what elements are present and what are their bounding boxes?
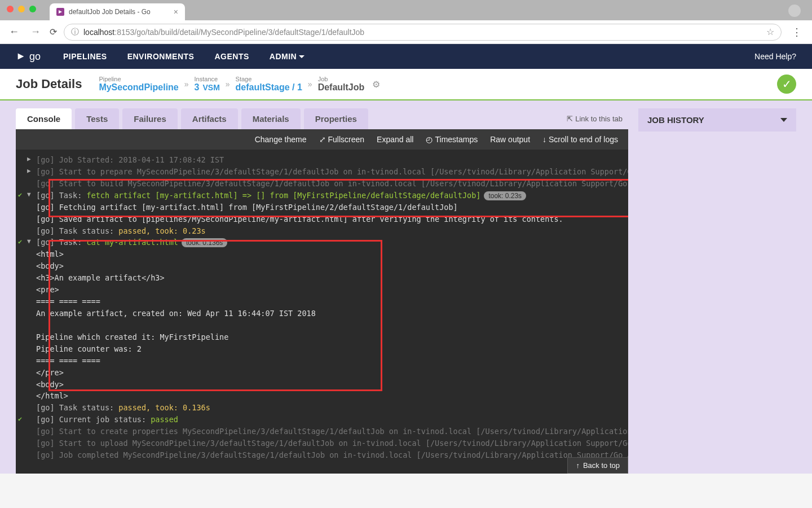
log-line: [go] Start to create properties MySecond… (27, 426, 623, 437)
fullscreen-button[interactable]: ⤢ Fullscreen (319, 135, 365, 144)
log-line: <pre> (27, 284, 623, 296)
link-icon: ⇱ (567, 115, 573, 123)
arrow-down-icon: ↓ (542, 135, 546, 144)
app-header: go PIPELINES ENVIRONMENTS AGENTS ADMIN N… (0, 44, 812, 69)
back-to-top-button[interactable]: ↑Back to top (567, 457, 628, 474)
breadcrumb: Job Details Pipeline MySecondPipeline » … (0, 69, 812, 100)
expand-all-button[interactable]: Expand all (377, 135, 413, 144)
log-line: ✔[go] Current job status: passed (27, 414, 623, 426)
console-lines[interactable]: ▶[go] Job Started: 2018-04-11 17:08:42 I… (16, 150, 628, 466)
browser-profile-icon[interactable] (788, 5, 801, 17)
tab-title: defaultJob Job Details - Go (69, 8, 151, 16)
tab-console[interactable]: Console (16, 108, 72, 129)
page-title: Job Details (16, 77, 82, 91)
log-line: <body> (27, 260, 623, 272)
window-controls (7, 6, 36, 12)
browser-chrome: defaultJob Job Details - Go × ← → ⟳ ⓘ lo… (0, 0, 812, 44)
log-line: ==== ==== ==== (27, 355, 623, 367)
app-logo[interactable]: go (16, 51, 41, 63)
tab-properties[interactable]: Properties (304, 108, 368, 129)
link-to-tab[interactable]: ⇱Link to this tab (567, 115, 628, 123)
chevron-down-icon (780, 118, 787, 122)
tab-materials[interactable]: Materials (241, 108, 301, 129)
address-bar[interactable]: ⓘ localhost:8153/go/tab/build/detail/MyS… (64, 24, 782, 41)
breadcrumb-separator: » (184, 80, 189, 89)
log-line: [go] Job completed MySecondPipeline/3/de… (27, 449, 623, 461)
breadcrumb-separator: » (226, 80, 230, 89)
fullscreen-icon: ⤢ (319, 135, 326, 144)
log-line: [go] Task status: passed, took: 0.136s (27, 402, 623, 414)
job-history-header[interactable]: JOB HISTORY (638, 108, 796, 132)
browser-tab[interactable]: defaultJob Job Details - Go × (50, 3, 185, 20)
gocd-logo-icon (16, 51, 26, 62)
pipeline-link[interactable]: MySecondPipeline (99, 82, 178, 93)
gear-icon[interactable]: ⚙ (372, 79, 380, 90)
status-badge-passed: ✓ (777, 75, 796, 94)
nav-agents[interactable]: AGENTS (214, 52, 249, 61)
maximize-window-icon[interactable] (29, 6, 36, 12)
log-line: ✔▼[go] Task: fetch artifact [my-artifact… (27, 190, 623, 202)
browser-toolbar: ← → ⟳ ⓘ localhost:8153/go/tab/build/deta… (0, 20, 812, 44)
reload-button[interactable]: ⟳ (50, 27, 57, 37)
app-logo-text: go (29, 51, 41, 63)
log-line: <html> (27, 248, 623, 260)
tab-artifacts[interactable]: Artifacts (181, 108, 238, 129)
log-line: Pipeline counter was: 2 (27, 343, 623, 355)
log-line: ▶[go] Job Started: 2018-04-11 17:08:42 I… (27, 154, 623, 166)
change-theme-button[interactable]: Change theme (255, 135, 307, 144)
check-icon: ✔ (18, 237, 22, 247)
log-line: [go] Task status: passed, took: 0.23s (27, 225, 623, 237)
nav-admin[interactable]: ADMIN (270, 52, 304, 61)
tab-close-icon[interactable]: × (174, 7, 178, 16)
console-output: Change theme ⤢ Fullscreen Expand all ◴ T… (16, 129, 628, 474)
browser-menu-icon[interactable]: ⋮ (788, 26, 805, 38)
log-line (27, 319, 623, 331)
log-line: [go] Saved artifact to [pipelines/MySeco… (27, 213, 623, 225)
chevron-down-icon (299, 55, 304, 58)
side-panel: JOB HISTORY (638, 108, 796, 474)
log-line: An example artifact, created on: Wed Apr… (27, 308, 623, 319)
tab-failures[interactable]: Failures (122, 108, 178, 129)
clock-icon: ◴ (426, 135, 433, 144)
stage-link[interactable]: defaultStage / 1 (236, 82, 302, 93)
breadcrumb-instance: Instance 3VSM (195, 76, 220, 93)
expand-caret-icon[interactable]: ▶ (27, 166, 31, 176)
check-icon: ✔ (18, 414, 22, 424)
content-area: Console Tests Failures Artifacts Materia… (0, 100, 812, 474)
help-link[interactable]: Need Help? (754, 52, 796, 61)
site-info-icon[interactable]: ⓘ (71, 27, 79, 37)
vsm-link[interactable]: VSM (202, 83, 219, 92)
console-toolbar: Change theme ⤢ Fullscreen Expand all ◴ T… (16, 129, 628, 150)
log-line: </html> (27, 390, 623, 402)
duration-pill: took: 0.136s (182, 238, 227, 247)
duration-pill: took: 0.23s (484, 191, 526, 200)
log-line: [go] Start to build MySecondPipeline/3/d… (27, 178, 623, 190)
back-button[interactable]: ← (7, 26, 21, 38)
collapse-caret-icon[interactable]: ▼ (27, 190, 31, 199)
log-line: [go] Start to upload MySecondPipeline/3/… (27, 437, 623, 449)
scroll-end-button[interactable]: ↓ Scroll to end of logs (542, 135, 618, 144)
collapse-caret-icon[interactable]: ▼ (27, 237, 31, 246)
tab-tests[interactable]: Tests (75, 108, 119, 129)
breadcrumb-job: Job DefaultJob (318, 76, 365, 93)
main-panel: Console Tests Failures Artifacts Materia… (16, 108, 628, 474)
timestamps-button[interactable]: ◴ Timestamps (426, 135, 478, 144)
breadcrumb-stage: Stage defaultStage / 1 (236, 76, 302, 93)
tab-favicon-icon (56, 8, 64, 16)
url-host: localhost (83, 28, 114, 37)
log-line: <h3>An example artifact</h3> (27, 272, 623, 284)
forward-button[interactable]: → (28, 26, 43, 38)
raw-output-button[interactable]: Raw output (490, 135, 530, 144)
log-line: [go] Fetching artifact [my-artifact.html… (27, 202, 623, 213)
url-path: :8153/go/tab/build/detail/MySecondPipeli… (114, 28, 364, 37)
bookmark-icon[interactable]: ☆ (766, 27, 774, 37)
nav-environments[interactable]: ENVIRONMENTS (127, 52, 195, 61)
nav-pipelines[interactable]: PIPELINES (63, 52, 107, 61)
close-window-icon[interactable] (7, 6, 14, 12)
browser-tab-bar: defaultJob Job Details - Go × (0, 0, 812, 20)
main-nav: PIPELINES ENVIRONMENTS AGENTS ADMIN (63, 52, 304, 61)
expand-caret-icon[interactable]: ▶ (27, 154, 31, 164)
minimize-window-icon[interactable] (18, 6, 25, 12)
tabs-row: Console Tests Failures Artifacts Materia… (16, 108, 628, 129)
breadcrumb-pipeline: Pipeline MySecondPipeline (99, 76, 178, 93)
